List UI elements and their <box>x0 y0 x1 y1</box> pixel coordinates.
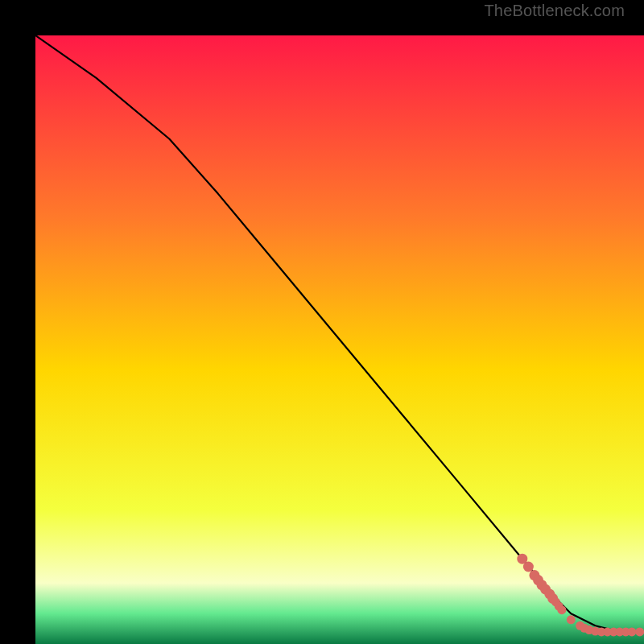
attribution-label: TheBottleneck.com <box>484 2 625 20</box>
bottleneck-chart <box>35 35 644 644</box>
data-point <box>523 562 534 572</box>
data-point <box>567 615 576 624</box>
data-point <box>557 605 566 614</box>
data-point <box>627 627 636 636</box>
chart-frame <box>18 18 626 626</box>
data-point <box>635 627 644 636</box>
